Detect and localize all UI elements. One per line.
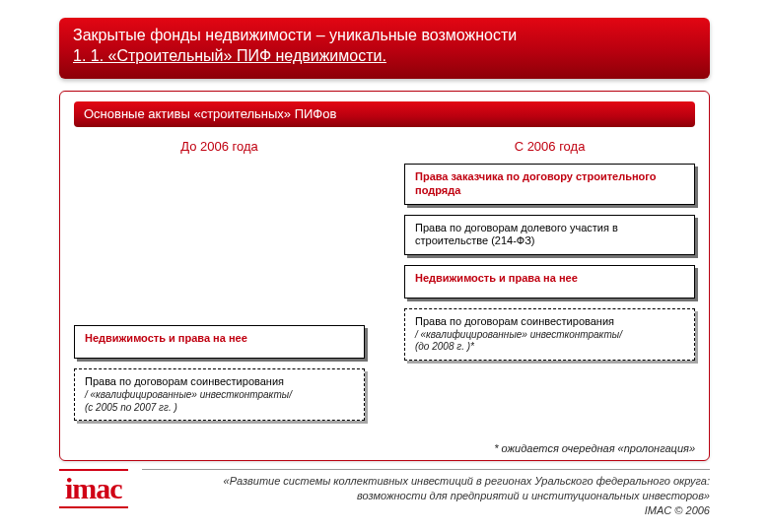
footer: imac «Развитие системы коллективных инве… xyxy=(59,469,710,522)
card-text: Недвижимость и права на нее xyxy=(85,332,247,344)
left-card-2: Права по договорам соинвестирования / «к… xyxy=(74,368,365,421)
card-text: Права по договорам долевого участия в ст… xyxy=(415,222,618,247)
right-card-2: Права по договорам долевого участия в ст… xyxy=(404,215,695,256)
spacer xyxy=(74,164,365,293)
footer-line-1: «Развитие системы коллективных инвестици… xyxy=(224,475,710,487)
column-right-head: С 2006 года xyxy=(404,133,695,164)
right-card-4: Права по договорам соинвестирования / «к… xyxy=(404,308,695,361)
column-left-head: До 2006 года xyxy=(74,133,365,164)
section-band: Основные активы «строительных» ПИФов xyxy=(74,101,695,127)
logo-text: imac xyxy=(65,472,122,504)
content-panel: Основные активы «строительных» ПИФов До … xyxy=(59,91,710,461)
footnote: * ожидается очередная «пролонгация» xyxy=(494,442,695,454)
title-line-2: 1. 1. «Строительный» ПИФ недвижимости. xyxy=(73,46,696,67)
column-right: С 2006 года Права заказчика по договору … xyxy=(404,133,695,425)
left-card-1: Недвижимость и права на нее xyxy=(74,325,365,359)
slide-title-bar: Закрытые фонды недвижимости – уникальные… xyxy=(59,18,710,79)
card-sub: (до 2008 г. )* xyxy=(415,341,684,354)
columns: До 2006 года Недвижимость и права на нее… xyxy=(74,133,695,425)
logo: imac xyxy=(59,469,128,508)
title-line-1: Закрытые фонды недвижимости – уникальные… xyxy=(73,26,696,46)
card-text: Права по договорам соинвестирования xyxy=(415,315,614,327)
footer-line-3: IMAC © 2006 xyxy=(645,504,710,516)
card-sub: (с 2005 по 2007 гг. ) xyxy=(85,402,354,415)
left-stack: Недвижимость и права на нее Права по дог… xyxy=(74,293,365,426)
card-text: Права заказчика по договору строительног… xyxy=(415,170,656,196)
right-card-3: Недвижимость и права на нее xyxy=(404,265,695,299)
column-left: До 2006 года Недвижимость и права на нее… xyxy=(74,133,365,425)
card-text: Недвижимость и права на нее xyxy=(415,272,578,284)
footer-line-2: возможности для предприятий и институцио… xyxy=(357,490,710,501)
card-text: Права по договорам соинвестирования xyxy=(85,375,284,387)
right-stack: Права заказчика по договору строительног… xyxy=(404,164,695,425)
card-sub: / «квалифицированные» инвестконтракты/ xyxy=(415,329,684,342)
slide: Закрытые фонды недвижимости – уникальные… xyxy=(0,0,769,532)
right-card-1: Права заказчика по договору строительног… xyxy=(404,164,695,205)
footer-text: «Развитие системы коллективных инвестици… xyxy=(142,469,710,518)
card-sub: / «квалифицированные» инвестконтракты/ xyxy=(85,389,354,402)
